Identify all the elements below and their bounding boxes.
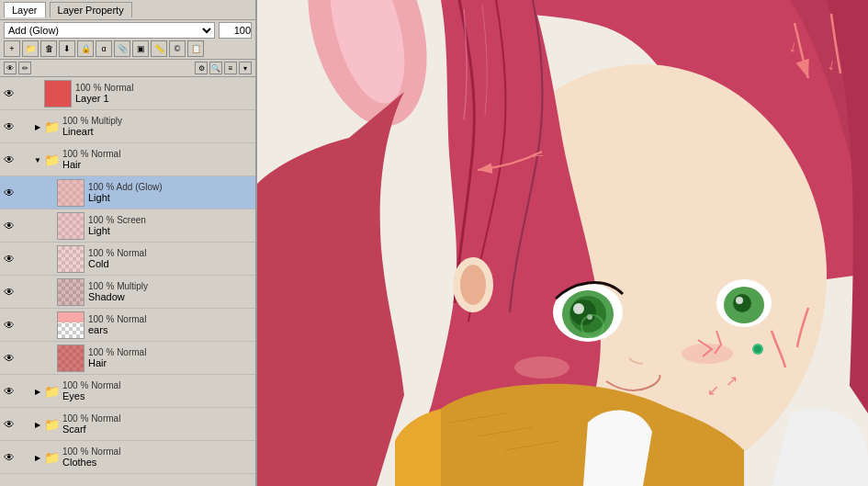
paste-button[interactable]: 📋 bbox=[187, 40, 204, 57]
expand-hair-folder[interactable] bbox=[31, 155, 44, 164]
new-layer-button[interactable]: + bbox=[4, 40, 20, 57]
clip-button[interactable]: 📎 bbox=[114, 40, 130, 57]
svg-point-21 bbox=[514, 356, 569, 379]
folder-icon-clothes: 📁 bbox=[44, 450, 59, 465]
eye-icon-cold[interactable]: 👁 bbox=[2, 253, 17, 266]
eye-icon-scarf[interactable]: 👁 bbox=[2, 418, 17, 431]
shadow-mode: 100 % Multiply bbox=[88, 281, 254, 291]
expand-scarf[interactable] bbox=[31, 420, 44, 429]
light-glow-info: 100 % Add (Glow) Light bbox=[85, 182, 254, 203]
main-layout: Layer Layer Property Add (Glow) + 📁 🗑 ⬇ … bbox=[0, 0, 868, 486]
lineart-mode: 100 % Multiply bbox=[62, 116, 254, 126]
layer-panel: Layer Layer Property Add (Glow) + 📁 🗑 ⬇ … bbox=[0, 0, 257, 486]
layer-item-ears[interactable]: 👁 100 % Normal ears bbox=[0, 309, 255, 342]
merge-button[interactable]: ⬇ bbox=[59, 40, 75, 57]
svg-point-17 bbox=[733, 294, 751, 312]
layer-item-hair-folder[interactable]: 👁 📁 100 % Normal Hair bbox=[0, 143, 255, 176]
eye-icon-light-screen[interactable]: 👁 bbox=[2, 220, 17, 232]
delete-layer-button[interactable]: 🗑 bbox=[40, 40, 57, 57]
search-icon[interactable]: 🔍 bbox=[209, 62, 222, 74]
svg-text:↗: ↗ bbox=[726, 373, 738, 389]
clothes-info: 100 % Normal Clothes bbox=[59, 446, 254, 468]
icon-row-1: + 📁 🗑 ⬇ 🔒 α 📎 ▣ 📏 © 📋 bbox=[4, 40, 252, 57]
ruler-button[interactable]: 📏 bbox=[151, 40, 167, 57]
eye-icon-hair-base[interactable]: 👁 bbox=[2, 352, 17, 365]
hair-base-mode: 100 % Normal bbox=[88, 347, 254, 357]
alpha-lock-button[interactable]: α bbox=[96, 40, 112, 57]
more-icon[interactable]: ▾ bbox=[239, 62, 252, 74]
layer-item-hair-base[interactable]: 👁 100 % Normal Hair bbox=[0, 342, 255, 375]
light-glow-name: Light bbox=[88, 192, 254, 203]
layer-item-clothes[interactable]: 👁 📁 100 % Normal Clothes bbox=[0, 441, 255, 474]
copy-button[interactable]: © bbox=[169, 40, 186, 57]
layer-item-scarf[interactable]: 👁 📁 100 % Normal Scarf bbox=[0, 408, 255, 441]
expand-lineart[interactable] bbox=[31, 122, 44, 131]
lineart-info: 100 % Multiply Lineart bbox=[59, 116, 254, 137]
canvas-area[interactable]: ↓ ↓ ← ↙ ↗ bbox=[257, 0, 868, 486]
lock-button[interactable]: 🔒 bbox=[77, 40, 94, 57]
expand-eyes[interactable] bbox=[31, 387, 44, 396]
tab-layer[interactable]: Layer bbox=[4, 2, 46, 17]
cold-name: Cold bbox=[88, 258, 254, 269]
tab-layer-property[interactable]: Layer Property bbox=[50, 2, 132, 17]
clothes-name: Clothes bbox=[62, 457, 254, 468]
folder-icon-hair: 📁 bbox=[44, 153, 59, 167]
svg-text:↙: ↙ bbox=[707, 382, 719, 398]
eyes-info: 100 % Normal Eyes bbox=[59, 380, 254, 401]
layer-item-light-glow[interactable]: 👁 100 % Add (Glow) Light bbox=[0, 176, 255, 209]
eye-icon-hair-folder[interactable]: 👁 bbox=[2, 153, 17, 166]
hair-folder-info: 100 % Normal Hair bbox=[59, 149, 254, 170]
light-screen-info: 100 % Screen Light bbox=[85, 215, 254, 236]
layer-item-light-screen[interactable]: 👁 100 % Screen Light bbox=[0, 209, 255, 243]
svg-point-18 bbox=[736, 297, 743, 304]
shadow-info: 100 % Multiply Shadow bbox=[85, 281, 254, 302]
hair-base-name: Hair bbox=[88, 357, 254, 368]
settings-icon[interactable]: ⚙ bbox=[195, 62, 208, 74]
svg-text:←: ← bbox=[528, 144, 547, 164]
layer-item-lineart[interactable]: 👁 📁 100 % Multiply Lineart bbox=[0, 110, 255, 143]
ears-mode: 100 % Normal bbox=[88, 314, 254, 324]
canvas-svg: ↓ ↓ ← ↙ ↗ bbox=[257, 0, 868, 486]
hair-folder-name: Hair bbox=[62, 159, 254, 170]
expand-clothes[interactable] bbox=[31, 453, 44, 462]
thumb-cold bbox=[57, 245, 85, 273]
eye-icon-eyes[interactable]: 👁 bbox=[2, 385, 17, 398]
eye-icon-ears[interactable]: 👁 bbox=[2, 319, 17, 332]
layer-item-layer1[interactable]: 👁 100 % Normal Layer 1 bbox=[0, 77, 255, 110]
scarf-info: 100 % Normal Scarf bbox=[59, 413, 254, 435]
layer-list-wrapper: 👁 100 % Normal Layer 1 👁 bbox=[0, 77, 255, 486]
eye-icon-light-glow[interactable]: 👁 bbox=[2, 186, 17, 199]
cold-mode: 100 % Normal bbox=[88, 248, 254, 258]
toolbar2: 👁 ✏ ⚙ 🔍 ≡ ▾ bbox=[0, 60, 255, 77]
layer-item-cold[interactable]: 👁 100 % Normal Cold bbox=[0, 243, 255, 276]
light-glow-mode: 100 % Add (Glow) bbox=[88, 182, 254, 192]
eyes-mode: 100 % Normal bbox=[62, 380, 254, 390]
folder-icon-lineart: 📁 bbox=[44, 119, 59, 134]
ears-info: 100 % Normal ears bbox=[85, 314, 254, 335]
new-folder-button[interactable]: 📁 bbox=[22, 40, 39, 57]
mask-button[interactable]: ▣ bbox=[132, 40, 149, 57]
eye-icon-layer1[interactable]: 👁 bbox=[2, 87, 17, 100]
svg-point-7 bbox=[460, 265, 486, 305]
eye-icon-shadow[interactable]: 👁 bbox=[2, 286, 17, 299]
hair-folder-mode: 100 % Normal bbox=[62, 149, 254, 159]
eye-toggle-button[interactable]: 👁 bbox=[4, 62, 17, 74]
thumb-ears bbox=[57, 311, 85, 339]
layer1-mode: 100 % Normal bbox=[75, 83, 254, 93]
light-screen-name: Light bbox=[88, 225, 254, 236]
opacity-input[interactable] bbox=[219, 22, 252, 39]
brush-icon: ✏ bbox=[18, 62, 31, 74]
svg-point-12 bbox=[573, 303, 584, 314]
layer-item-eyes[interactable]: 👁 📁 100 % Normal Eyes bbox=[0, 375, 255, 408]
eye-icon-lineart[interactable]: 👁 bbox=[2, 120, 17, 133]
scarf-mode: 100 % Normal bbox=[62, 413, 254, 424]
blend-row: Add (Glow) bbox=[4, 22, 252, 39]
sort-icon[interactable]: ≡ bbox=[224, 62, 237, 74]
blend-mode-select[interactable]: Add (Glow) bbox=[4, 22, 215, 39]
folder-icon-scarf: 📁 bbox=[44, 417, 59, 432]
cold-info: 100 % Normal Cold bbox=[85, 248, 254, 269]
svg-point-20 bbox=[754, 345, 761, 353]
layer-item-shadow[interactable]: 👁 100 % Multiply Shadow bbox=[0, 276, 255, 309]
eye-icon-clothes[interactable]: 👁 bbox=[2, 451, 17, 464]
layer1-info: 100 % Normal Layer 1 bbox=[72, 83, 254, 104]
